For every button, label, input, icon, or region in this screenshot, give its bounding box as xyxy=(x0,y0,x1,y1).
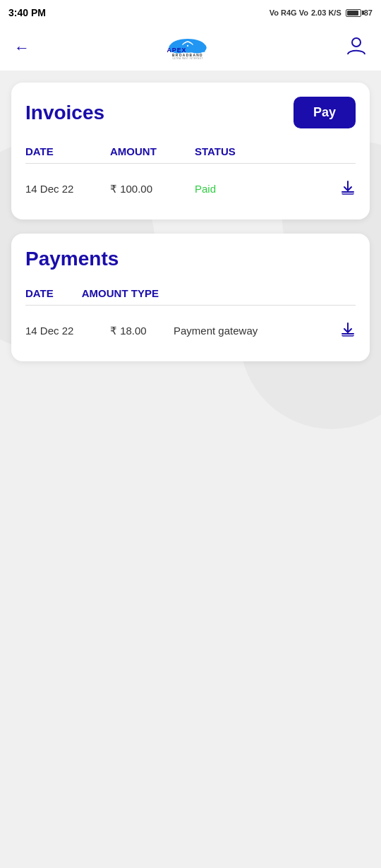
invoices-header: Invoices Pay xyxy=(25,97,356,128)
signal-icons: Vo R4G Vo xyxy=(270,8,308,17)
payments-header: Payments xyxy=(25,248,356,270)
svg-point-4 xyxy=(187,45,188,47)
payments-col-amounttype: AMOUNT TYPE xyxy=(82,287,159,299)
invoice-status: Paid xyxy=(195,183,334,195)
logo-container: APEX BROADBAND ULTRA FAST INTERNET xyxy=(159,34,216,62)
apex-broadband-logo: APEX BROADBAND ULTRA FAST INTERNET xyxy=(159,34,216,62)
payments-table-headers: DATE AMOUNT TYPE xyxy=(25,282,356,306)
payment-type: Payment gateway xyxy=(174,325,334,337)
invoices-table-headers: DATE AMOUNT STATUS xyxy=(25,140,356,164)
status-icons: Vo R4G Vo 2.03 K/S 87 xyxy=(270,8,373,17)
battery-percent: 87 xyxy=(364,8,373,17)
invoice-amount: ₹ 100.00 xyxy=(110,183,195,195)
main-content: Invoices Pay DATE AMOUNT STATUS 14 Dec 2… xyxy=(0,71,381,387)
profile-button[interactable] xyxy=(346,35,367,61)
status-time: 3:40 PM xyxy=(8,7,46,18)
payment-amount: ₹ 18.00 xyxy=(110,325,174,337)
payments-card: Payments DATE AMOUNT TYPE 14 Dec 22 ₹ 18… xyxy=(11,234,370,361)
svg-point-8 xyxy=(352,38,361,47)
svg-text:ULTRA FAST INTERNET: ULTRA FAST INTERNET xyxy=(172,57,202,60)
svg-text:APEX: APEX xyxy=(167,47,187,54)
svg-text:BROADBAND: BROADBAND xyxy=(172,54,203,57)
invoices-col-status: STATUS xyxy=(195,145,356,157)
battery-icon xyxy=(346,9,361,17)
data-speed: 2.03 K/S xyxy=(311,8,341,17)
back-button[interactable]: ← xyxy=(14,39,30,57)
app-header: ← APEX BROADBAND ULTRA FAST INTERNET xyxy=(0,25,381,71)
payments-col-date: DATE xyxy=(25,287,54,299)
pay-button[interactable]: Pay xyxy=(294,97,356,128)
payment-date: 14 Dec 22 xyxy=(25,325,110,337)
table-row: 14 Dec 22 ₹ 100.00 Paid xyxy=(25,172,356,205)
status-bar: 3:40 PM Vo R4G Vo 2.03 K/S 87 xyxy=(0,0,381,25)
payment-download-icon[interactable] xyxy=(340,321,356,340)
invoices-col-amount: AMOUNT xyxy=(110,145,195,157)
invoices-title: Invoices xyxy=(25,102,104,124)
invoice-date: 14 Dec 22 xyxy=(25,183,110,195)
invoices-col-date: DATE xyxy=(25,145,110,157)
payments-title: Payments xyxy=(25,248,119,270)
table-row: 14 Dec 22 ₹ 18.00 Payment gateway xyxy=(25,314,356,347)
invoices-card: Invoices Pay DATE AMOUNT STATUS 14 Dec 2… xyxy=(11,83,370,219)
invoice-download-icon[interactable] xyxy=(340,179,356,198)
